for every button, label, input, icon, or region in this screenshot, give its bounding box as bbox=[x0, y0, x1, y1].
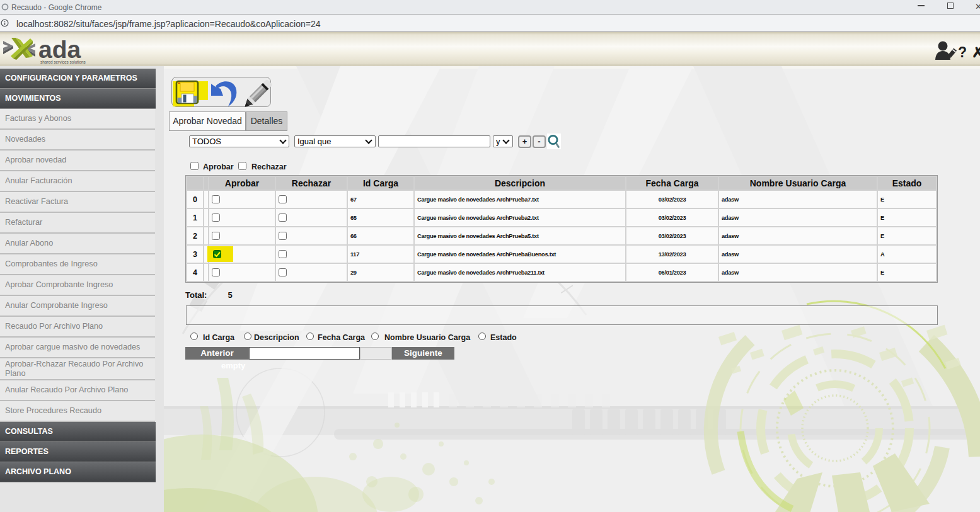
svg-text:✗: ✗ bbox=[972, 44, 980, 60]
svg-text:shared services solutions: shared services solutions bbox=[40, 60, 86, 64]
svg-text:?: ? bbox=[958, 44, 967, 60]
svg-text:ada: ada bbox=[38, 36, 81, 63]
